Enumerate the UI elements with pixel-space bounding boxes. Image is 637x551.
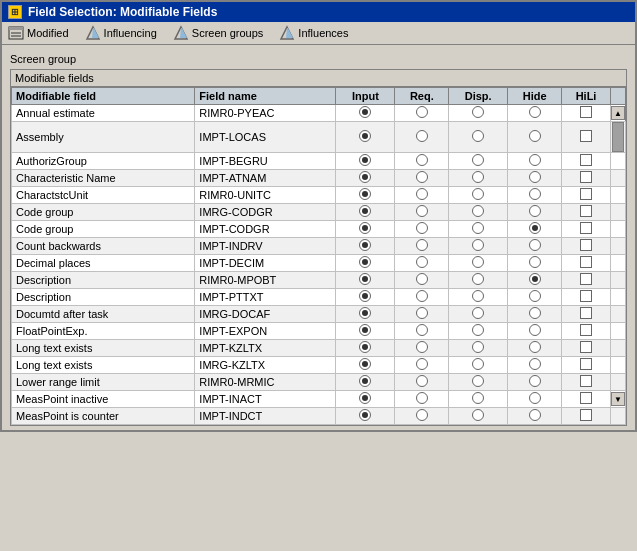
- cell-disp[interactable]: [449, 204, 508, 221]
- radio-hide[interactable]: [529, 409, 541, 421]
- cell-hili[interactable]: [562, 204, 611, 221]
- cell-req[interactable]: [395, 391, 449, 408]
- checkbox-hili[interactable]: [580, 324, 592, 336]
- cell-input[interactable]: [336, 170, 395, 187]
- checkbox-hili[interactable]: [580, 188, 592, 200]
- radio-input[interactable]: [359, 358, 371, 370]
- radio-req[interactable]: [416, 222, 428, 234]
- cell-hide[interactable]: [508, 255, 562, 272]
- cell-hide[interactable]: [508, 105, 562, 122]
- radio-hide[interactable]: [529, 239, 541, 251]
- radio-input[interactable]: [359, 409, 371, 421]
- checkbox-hili[interactable]: [580, 375, 592, 387]
- radio-hide[interactable]: [529, 358, 541, 370]
- cell-req[interactable]: [395, 374, 449, 391]
- cell-hide[interactable]: [508, 323, 562, 340]
- cell-disp[interactable]: [449, 340, 508, 357]
- cell-hide[interactable]: [508, 238, 562, 255]
- radio-req[interactable]: [416, 409, 428, 421]
- cell-hili[interactable]: [562, 187, 611, 204]
- radio-input[interactable]: [359, 222, 371, 234]
- cell-hide[interactable]: [508, 272, 562, 289]
- radio-req[interactable]: [416, 256, 428, 268]
- cell-req[interactable]: [395, 221, 449, 238]
- radio-req[interactable]: [416, 341, 428, 353]
- cell-req[interactable]: [395, 306, 449, 323]
- cell-req[interactable]: [395, 408, 449, 425]
- scroll-thumb[interactable]: [612, 122, 624, 152]
- cell-req[interactable]: [395, 170, 449, 187]
- radio-disp[interactable]: [472, 341, 484, 353]
- cell-disp[interactable]: [449, 391, 508, 408]
- radio-disp[interactable]: [472, 171, 484, 183]
- scroll-up[interactable]: ▲: [611, 106, 625, 120]
- radio-req[interactable]: [416, 358, 428, 370]
- cell-input[interactable]: [336, 340, 395, 357]
- radio-disp[interactable]: [472, 290, 484, 302]
- cell-input[interactable]: [336, 187, 395, 204]
- cell-input[interactable]: [336, 323, 395, 340]
- cell-disp[interactable]: [449, 255, 508, 272]
- radio-req[interactable]: [416, 205, 428, 217]
- radio-req[interactable]: [416, 324, 428, 336]
- radio-hide[interactable]: [529, 273, 541, 285]
- cell-input[interactable]: [336, 255, 395, 272]
- radio-input[interactable]: [359, 130, 371, 142]
- radio-input[interactable]: [359, 188, 371, 200]
- cell-hide[interactable]: [508, 289, 562, 306]
- cell-input[interactable]: [336, 221, 395, 238]
- cell-hili[interactable]: [562, 122, 611, 153]
- cell-disp[interactable]: [449, 306, 508, 323]
- cell-req[interactable]: [395, 272, 449, 289]
- cell-hili[interactable]: [562, 272, 611, 289]
- radio-disp[interactable]: [472, 256, 484, 268]
- cell-hili[interactable]: [562, 238, 611, 255]
- radio-disp[interactable]: [472, 130, 484, 142]
- radio-hide[interactable]: [529, 222, 541, 234]
- radio-hide[interactable]: [529, 256, 541, 268]
- radio-disp[interactable]: [472, 375, 484, 387]
- checkbox-hili[interactable]: [580, 392, 592, 404]
- radio-disp[interactable]: [472, 273, 484, 285]
- cell-hili[interactable]: [562, 357, 611, 374]
- cell-req[interactable]: [395, 255, 449, 272]
- cell-disp[interactable]: [449, 153, 508, 170]
- cell-disp[interactable]: [449, 238, 508, 255]
- cell-req[interactable]: [395, 204, 449, 221]
- radio-req[interactable]: [416, 239, 428, 251]
- radio-disp[interactable]: [472, 409, 484, 421]
- radio-hide[interactable]: [529, 341, 541, 353]
- cell-hili[interactable]: [562, 306, 611, 323]
- checkbox-hili[interactable]: [580, 205, 592, 217]
- cell-hili[interactable]: [562, 105, 611, 122]
- cell-disp[interactable]: [449, 122, 508, 153]
- radio-input[interactable]: [359, 324, 371, 336]
- cell-hili[interactable]: [562, 153, 611, 170]
- cell-hide[interactable]: [508, 204, 562, 221]
- radio-disp[interactable]: [472, 154, 484, 166]
- cell-disp[interactable]: [449, 187, 508, 204]
- cell-hili[interactable]: [562, 289, 611, 306]
- radio-input[interactable]: [359, 341, 371, 353]
- cell-req[interactable]: [395, 340, 449, 357]
- radio-req[interactable]: [416, 188, 428, 200]
- cell-disp[interactable]: [449, 272, 508, 289]
- cell-hili[interactable]: [562, 323, 611, 340]
- cell-hide[interactable]: [508, 153, 562, 170]
- cell-input[interactable]: [336, 357, 395, 374]
- radio-hide[interactable]: [529, 130, 541, 142]
- cell-input[interactable]: [336, 306, 395, 323]
- checkbox-hili[interactable]: [580, 130, 592, 142]
- checkbox-hili[interactable]: [580, 358, 592, 370]
- cell-hide[interactable]: [508, 187, 562, 204]
- radio-disp[interactable]: [472, 222, 484, 234]
- cell-hili[interactable]: [562, 408, 611, 425]
- radio-input[interactable]: [359, 375, 371, 387]
- radio-input[interactable]: [359, 256, 371, 268]
- radio-input[interactable]: [359, 154, 371, 166]
- cell-req[interactable]: [395, 323, 449, 340]
- checkbox-hili[interactable]: [580, 409, 592, 421]
- toolbar-influences[interactable]: Influences: [279, 25, 348, 41]
- checkbox-hili[interactable]: [580, 307, 592, 319]
- radio-disp[interactable]: [472, 324, 484, 336]
